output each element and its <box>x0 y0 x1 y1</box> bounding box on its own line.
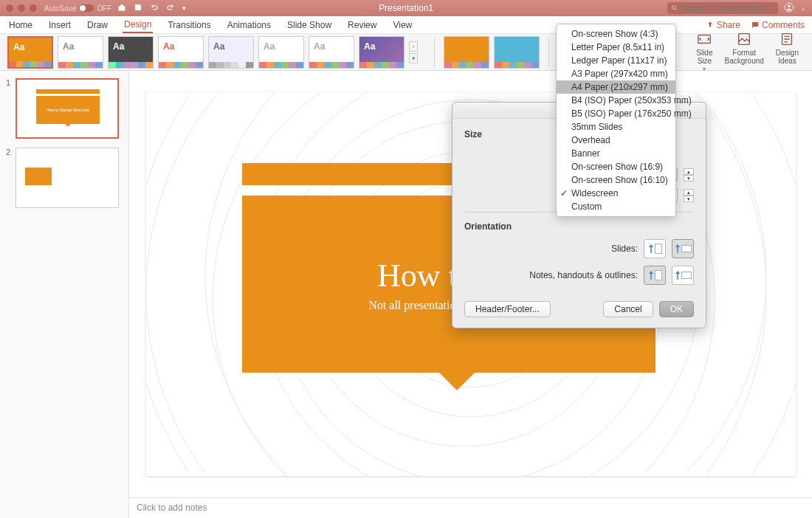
theme-thumb-3[interactable]: Aa <box>108 36 154 69</box>
design-ideas-icon <box>779 31 795 47</box>
notes-portrait-button[interactable] <box>644 266 666 285</box>
svg-point-0 <box>672 6 676 10</box>
tab-review[interactable]: Review <box>346 18 378 32</box>
size-option[interactable]: Widescreen <box>557 187 675 200</box>
tab-slideshow[interactable]: Slide Show <box>286 18 333 32</box>
size-option[interactable]: A3 Paper (297x420 mm) <box>557 67 675 80</box>
size-option[interactable]: 35mm Slides <box>557 120 675 134</box>
thumb-number-2: 2 <box>6 148 12 156</box>
arrow-up-icon <box>648 271 654 280</box>
notes-orientation-label: Notes, handouts & outlines: <box>464 270 638 280</box>
size-option[interactable]: Letter Paper (8.5x11 in) <box>557 41 675 54</box>
format-bg-icon <box>736 31 752 47</box>
theme-thumb-8[interactable]: Aa <box>359 36 405 69</box>
format-background-button[interactable]: Format Background <box>724 31 763 73</box>
close-window-icon[interactable] <box>6 4 13 12</box>
slide-thumb-1[interactable]: How to Change Slide Size <box>16 78 119 139</box>
account-chevron-icon[interactable]: ⌄ <box>800 4 806 12</box>
ribbon-design: Aa Aa Aa Aa Aa Aa Aa Aa ›▾ Slide Size▾ F… <box>0 34 812 71</box>
size-option[interactable]: B5 (ISO) Paper (176x250 mm) <box>557 107 675 120</box>
slide-pointer-shape <box>438 371 476 390</box>
dialog-orientation-heading: Orientation <box>464 221 694 232</box>
size-option[interactable]: Banner <box>557 147 675 160</box>
slides-landscape-button[interactable] <box>672 239 694 258</box>
size-option[interactable]: Ledger Paper (11x17 in) <box>557 54 675 67</box>
size-option[interactable]: Custom <box>557 200 675 213</box>
theme-thumb-7[interactable]: Aa <box>309 36 354 69</box>
window-titlebar: AutoSave OFF ▾ Presentation1 ⌄ <box>0 0 812 16</box>
slide-size-icon <box>696 31 712 47</box>
autosave-label: AutoSave <box>44 4 76 13</box>
save-icon[interactable] <box>134 3 142 14</box>
arrow-up-icon <box>648 244 654 254</box>
size-option[interactable]: B4 (ISO) Paper (250x353 mm) <box>557 94 675 107</box>
svg-rect-4 <box>739 34 750 45</box>
redo-icon[interactable] <box>166 3 175 14</box>
account-icon[interactable] <box>784 2 794 15</box>
svg-point-2 <box>788 4 791 7</box>
arrow-up-icon <box>675 244 681 254</box>
width-stepper[interactable]: ▴▾ <box>684 168 694 182</box>
size-option[interactable]: Overhead <box>557 134 675 147</box>
thumb-number-1: 1 <box>6 78 12 87</box>
fullscreen-window-icon[interactable] <box>30 4 37 12</box>
tab-draw[interactable]: Draw <box>86 18 109 32</box>
slides-portrait-button[interactable] <box>644 239 666 258</box>
tab-animations[interactable]: Animations <box>226 18 272 32</box>
slide-size-button[interactable]: Slide Size▾ <box>696 31 712 73</box>
minimize-window-icon[interactable] <box>18 4 25 12</box>
tab-transitions[interactable]: Transitions <box>166 18 212 32</box>
header-footer-button[interactable]: Header/Footer... <box>464 301 551 317</box>
autosave-toggle[interactable]: AutoSave OFF <box>44 4 111 13</box>
theme-thumb-4[interactable]: Aa <box>158 36 204 69</box>
document-title: Presentation1 <box>379 3 433 13</box>
theme-thumb-1[interactable]: Aa <box>7 36 53 69</box>
tab-view[interactable]: View <box>391 18 413 32</box>
variant-thumb-1[interactable] <box>444 36 489 69</box>
qa-more-icon[interactable]: ▾ <box>182 4 186 12</box>
design-ideas-button[interactable]: Design Ideas <box>776 31 799 73</box>
slide-thumb-2[interactable] <box>16 148 119 208</box>
size-option[interactable]: On-screen Show (16:10) <box>557 173 675 187</box>
size-option[interactable]: On-screen Show (4:3) <box>557 27 675 41</box>
theme-thumb-6[interactable]: Aa <box>258 36 304 69</box>
comments-button[interactable]: Comments <box>751 20 805 30</box>
size-option[interactable]: On-screen Show (16:9) <box>557 160 675 173</box>
height-stepper[interactable]: ▴▾ <box>684 189 694 202</box>
ribbon-tabs: Home Insert Draw Design Transitions Anim… <box>0 16 812 34</box>
tab-design[interactable]: Design <box>123 17 153 33</box>
search-input[interactable] <box>681 4 774 13</box>
notes-landscape-button[interactable] <box>672 266 694 285</box>
variant-thumb-2[interactable] <box>494 36 540 69</box>
window-traffic-lights[interactable] <box>6 4 37 12</box>
theme-thumb-2[interactable]: Aa <box>58 36 103 69</box>
tab-insert[interactable]: Insert <box>47 18 72 32</box>
notes-pane[interactable]: Click to add notes <box>129 497 812 518</box>
size-option[interactable]: A4 Paper (210x297 mm) <box>557 80 675 94</box>
autosave-switch-icon[interactable] <box>79 4 94 12</box>
ok-button[interactable]: OK <box>659 301 694 317</box>
slides-orientation-label: Slides: <box>464 244 638 254</box>
undo-icon[interactable] <box>150 3 159 14</box>
slide-size-menu[interactable]: On-screen Show (4:3)Letter Paper (8.5x11… <box>556 24 676 217</box>
home-icon[interactable] <box>117 3 126 14</box>
search-input-container[interactable] <box>667 2 778 14</box>
theme-thumb-5[interactable]: Aa <box>208 36 254 69</box>
search-icon <box>671 4 678 12</box>
cancel-button[interactable]: Cancel <box>603 301 653 317</box>
tab-home[interactable]: Home <box>7 18 34 32</box>
slide-thumbnail-panel: 1 How to Change Slide Size 2 <box>0 71 129 518</box>
ribbon-divider <box>434 38 435 67</box>
share-button[interactable]: Share <box>706 20 740 30</box>
autosave-state: OFF <box>97 4 111 13</box>
arrow-up-icon <box>675 271 681 280</box>
themes-more-button[interactable]: ›▾ <box>409 41 418 63</box>
ribbon-divider-2 <box>548 38 549 67</box>
